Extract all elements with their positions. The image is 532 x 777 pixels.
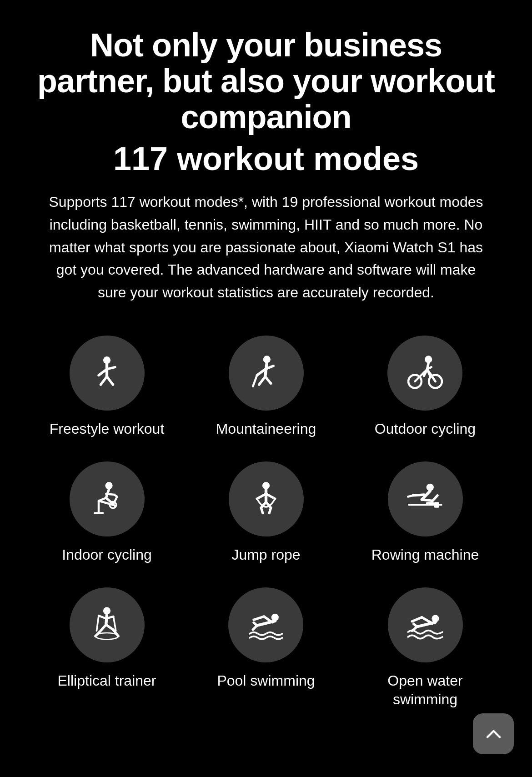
svg-rect-50: [426, 502, 434, 506]
subtitle: 117 workout modes: [113, 140, 419, 178]
svg-line-48: [432, 496, 437, 501]
jump-rope-icon-circle: [229, 461, 304, 536]
mountaineering-icon-circle: [229, 336, 304, 411]
main-title: Not only your business partner, but also…: [36, 27, 496, 135]
svg-line-35: [106, 494, 114, 495]
outdoor-cycling-icon-circle: [387, 336, 462, 411]
mountaineering-icon: [246, 353, 286, 394]
svg-line-67: [254, 617, 264, 620]
outdoor-cycling-label: Outdoor cycling: [375, 420, 476, 439]
svg-line-46: [413, 495, 424, 496]
svg-point-63: [95, 633, 118, 639]
workout-item-outdoor-cycling: Outdoor cycling: [375, 336, 476, 439]
workout-item-open-water: Open water swimming: [355, 587, 496, 709]
rowing-machine-icon-circle: [388, 461, 463, 536]
workout-item-jump-rope: Jump rope: [229, 461, 304, 565]
workout-item-elliptical: Elliptical trainer: [58, 587, 156, 709]
freestyle-icon-circle: [70, 336, 145, 411]
svg-line-54: [106, 615, 107, 625]
pool-swimming-label: Pool swimming: [217, 672, 315, 691]
svg-line-55: [99, 616, 106, 618]
indoor-cycling-icon: [86, 478, 127, 519]
workout-item-pool-swimming: Pool swimming: [217, 587, 315, 709]
svg-line-5: [107, 376, 113, 385]
freestyle-label: Freestyle workout: [50, 420, 165, 439]
svg-line-61: [106, 625, 113, 630]
jump-rope-label: Jump rope: [231, 546, 300, 565]
indoor-cycling-label: Indoor cycling: [62, 546, 151, 565]
mountaineering-label: Mountaineering: [216, 420, 316, 439]
page-container: Not only your business partner, but also…: [0, 0, 532, 746]
elliptical-icon-circle: [70, 587, 145, 662]
svg-line-4: [101, 376, 107, 385]
scroll-to-top-button[interactable]: [473, 713, 514, 754]
workout-item-mountaineering: Mountaineering: [216, 336, 316, 439]
svg-line-23: [424, 369, 427, 376]
open-water-icon-circle: [388, 587, 463, 662]
svg-line-41: [261, 508, 263, 513]
svg-line-75: [414, 624, 417, 627]
workout-item-rowing-machine: Rowing machine: [371, 461, 479, 565]
chevron-up-icon: [483, 724, 504, 744]
description: Supports 117 workout modes*, with 19 pro…: [43, 191, 489, 304]
elliptical-label: Elliptical trainer: [58, 672, 156, 691]
svg-line-12: [253, 375, 257, 386]
indoor-cycling-icon-circle: [70, 461, 145, 536]
svg-line-73: [412, 617, 422, 622]
jump-rope-icon: [246, 478, 286, 519]
svg-line-69: [254, 623, 257, 626]
workout-item-freestyle: Freestyle workout: [50, 336, 165, 439]
svg-line-11: [265, 376, 271, 383]
svg-line-72: [422, 617, 432, 624]
open-water-label: Open water swimming: [355, 672, 496, 709]
svg-line-59: [100, 625, 106, 632]
svg-rect-51: [434, 502, 439, 508]
workout-grid: Freestyle workout Mountaineering: [36, 336, 496, 709]
rowing-machine-label: Rowing machine: [371, 546, 479, 565]
open-water-icon: [405, 604, 446, 645]
svg-line-10: [259, 376, 266, 385]
svg-line-52: [408, 496, 413, 497]
pool-swimming-icon-circle: [228, 587, 303, 662]
svg-line-8: [257, 369, 265, 376]
elliptical-icon: [86, 604, 127, 645]
pool-swimming-icon: [246, 604, 286, 645]
rowing-machine-icon: [405, 478, 446, 519]
svg-line-57: [97, 616, 99, 631]
workout-item-indoor-cycling: Indoor cycling: [62, 461, 151, 565]
svg-line-47: [422, 500, 432, 501]
outdoor-cycling-icon: [405, 353, 446, 394]
svg-line-43: [269, 508, 271, 513]
freestyle-icon: [86, 353, 127, 394]
